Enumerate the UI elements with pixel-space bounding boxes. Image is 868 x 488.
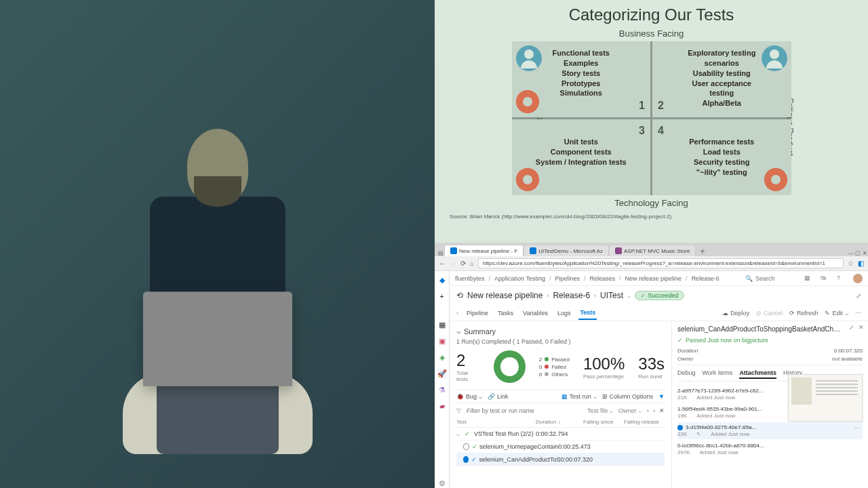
radio-icon[interactable]	[463, 443, 469, 450]
title-release[interactable]: Release-6	[553, 291, 590, 300]
filter-input[interactable]	[467, 407, 582, 414]
testplans-icon[interactable]: ⚗	[437, 385, 447, 394]
table-row[interactable]: ✓ selenium_CanAddProductToS 0:00:07.320	[456, 453, 665, 466]
tab-list-icon[interactable]: ▤	[437, 249, 444, 256]
title-pipeline[interactable]: New release pipeline	[467, 291, 542, 300]
pass-icon: ✓	[471, 456, 479, 463]
chevron-left-icon[interactable]: ‹	[456, 310, 458, 317]
user-avatar[interactable]	[853, 274, 863, 283]
add-icon[interactable]: +	[437, 291, 447, 301]
tab-variables[interactable]: Variables	[521, 307, 549, 319]
attachment-item[interactable]: 1-56f54ed4-9535-43be-99a0-901... 19KAdde…	[677, 404, 863, 421]
breadcrumb-item[interactable]: New release pipeline	[625, 275, 682, 282]
back-icon[interactable]: ←	[439, 260, 446, 267]
filter-icon: ▽	[456, 407, 461, 414]
detail-duration: 0:00:07.320	[834, 348, 863, 354]
selected-dot-icon	[677, 425, 683, 430]
browser-tab[interactable]: New release pipeline - F	[444, 245, 524, 256]
tab-debug[interactable]: Debug	[677, 369, 696, 379]
settings-icon[interactable]: ⚙	[437, 479, 447, 488]
gear-icon	[516, 90, 539, 113]
url-field[interactable]: https://dev.azure.com/fluentbytes/Applic…	[478, 258, 844, 268]
prev-page-icon[interactable]: ‹	[647, 407, 649, 414]
gear-icon	[516, 168, 539, 191]
summary-header[interactable]: ⌵Summary	[456, 327, 665, 336]
radio-icon[interactable]	[463, 456, 469, 463]
group-dropdown[interactable]: Test file ⌵	[587, 407, 613, 414]
breadcrumb-item[interactable]: Pipelines	[555, 275, 580, 282]
browser-tab[interactable]: UITestDemo - Microsoft Az	[524, 245, 609, 256]
table-header: Test Duration ↓ Failing since Failing re…	[456, 417, 665, 428]
group-by-button[interactable]: ▦Test run⌵	[561, 393, 597, 400]
browser-tab[interactable]: ASP.NET MVC Music Store	[609, 245, 696, 256]
more-icon[interactable]: ⋯	[854, 425, 860, 431]
refresh-button[interactable]: ⟳Refresh	[789, 310, 818, 317]
tab-pipeline[interactable]: Pipeline	[465, 307, 490, 319]
person-icon	[762, 45, 787, 71]
column-options-button[interactable]: ⊞Column Options	[602, 393, 654, 400]
maximize-icon[interactable]: ▢	[854, 249, 861, 256]
attachment-item[interactable]: 3-d15f4e00-8275-40e7-85a... 22K↖Added Ju…	[677, 422, 863, 439]
breadcrumb-item[interactable]: Application Testing	[494, 275, 545, 282]
breadcrumb-item[interactable]: Release-6	[692, 275, 719, 282]
star-icon[interactable]: ☆	[848, 260, 854, 267]
next-page-icon[interactable]: ›	[653, 407, 655, 414]
pipelines-icon[interactable]: 🚀	[437, 369, 447, 378]
extension-icon[interactable]: ◧	[858, 260, 864, 267]
expand-icon[interactable]: ⤢	[849, 324, 854, 331]
tab-tasks[interactable]: Tasks	[496, 307, 515, 319]
minimize-icon[interactable]: —	[848, 249, 854, 256]
attachment-item[interactable]: 2-a9577e73-1299-4962-b7e9-c82... 21KAdde…	[677, 386, 863, 403]
collapse-icon[interactable]: ⌵	[456, 431, 465, 437]
test-detail-panel: ⤢✕ selenium_CanAddProductToShoppingBaske…	[671, 321, 868, 488]
new-tab-button[interactable]: +	[696, 247, 709, 256]
tab-tests[interactable]: Tests	[578, 306, 597, 320]
azure-devops-window: ▤ New release pipeline - F UITestDemo - …	[435, 243, 868, 488]
azure-logo-icon[interactable]: ◆	[437, 275, 447, 285]
command-bar: ‹ Pipeline Tasks Variables Logs Tests ☁D…	[450, 305, 868, 321]
table-row[interactable]: ✓ selenium_HomepageContain 0:00:25.473	[456, 441, 665, 453]
repos-icon[interactable]: ◈	[437, 352, 447, 362]
close-filter-icon[interactable]: ✕	[659, 407, 665, 414]
address-bar: ← → ⟳ ⌂ https://dev.azure.com/fluentbyte…	[435, 256, 868, 271]
tab-work-items[interactable]: Work items	[703, 369, 733, 379]
home-icon[interactable]: ⌂	[470, 260, 474, 267]
marketplace-icon[interactable]: 🛍	[821, 274, 829, 283]
tab-logs[interactable]: Logs	[556, 307, 572, 319]
more-icon[interactable]: ⋯	[855, 310, 861, 317]
quadrant-2: Exploratory testingscenariosUsability te…	[652, 41, 791, 117]
browser-tabbar: ▤ New release pipeline - F UITestDemo - …	[435, 243, 868, 256]
test-summary-panel: ⌵Summary 1 Run(s) Completed ( 1 Passed, …	[450, 321, 671, 488]
close-icon[interactable]: ✕	[859, 324, 864, 331]
sort-icon[interactable]: ↓	[557, 419, 560, 425]
table-row-group[interactable]: ⌵ ✓ VSTest Test Run (2/2) 0:00:32.794	[456, 428, 665, 441]
edit-button[interactable]: ✎Edit⌵	[825, 310, 848, 317]
forward-icon[interactable]: →	[450, 260, 456, 267]
refresh-icon[interactable]: ⟳	[460, 260, 466, 267]
link-button[interactable]: 🔗Link	[488, 393, 509, 400]
boards-icon[interactable]: ▣	[437, 336, 447, 346]
filter-icon[interactable]: ▼	[658, 393, 665, 400]
pass-icon: ✓	[677, 337, 683, 344]
search-box[interactable]: 🔍	[745, 275, 796, 282]
chevron-down-icon[interactable]: ⌵	[627, 292, 631, 299]
title-stage[interactable]: UITest	[600, 291, 623, 300]
expand-icon[interactable]: ⤢	[856, 292, 861, 300]
attachment-item[interactable]: 0-bd3f96cc-8bc1-42bb-a670-8804... 297KAd…	[677, 441, 863, 458]
chevron-down-icon: ⌵	[593, 393, 597, 400]
close-icon[interactable]: ✕	[861, 249, 868, 256]
columns-icon: ⊞	[602, 393, 608, 400]
overview-icon[interactable]: ▦	[437, 320, 447, 329]
owner-dropdown[interactable]: Owner ⌵	[618, 407, 642, 414]
bug-button[interactable]: 🐞Bug⌵	[456, 393, 482, 400]
cancel-button: ⊘Cancel	[756, 310, 783, 317]
axis-top: Business Facing	[441, 28, 861, 39]
quadrant-3: Unit testsComponent testsSystem / Integr…	[512, 119, 651, 195]
help-icon[interactable]: ?	[837, 274, 845, 283]
grid-icon[interactable]: ▦	[804, 274, 812, 283]
breadcrumb-item[interactable]: Releases	[590, 275, 616, 282]
deploy-button[interactable]: ☁Deploy	[722, 310, 749, 317]
tab-attachments[interactable]: Attachments	[739, 369, 776, 379]
breadcrumb-item[interactable]: fluentbytes	[455, 275, 485, 282]
artifacts-icon[interactable]: ▰	[437, 401, 447, 411]
